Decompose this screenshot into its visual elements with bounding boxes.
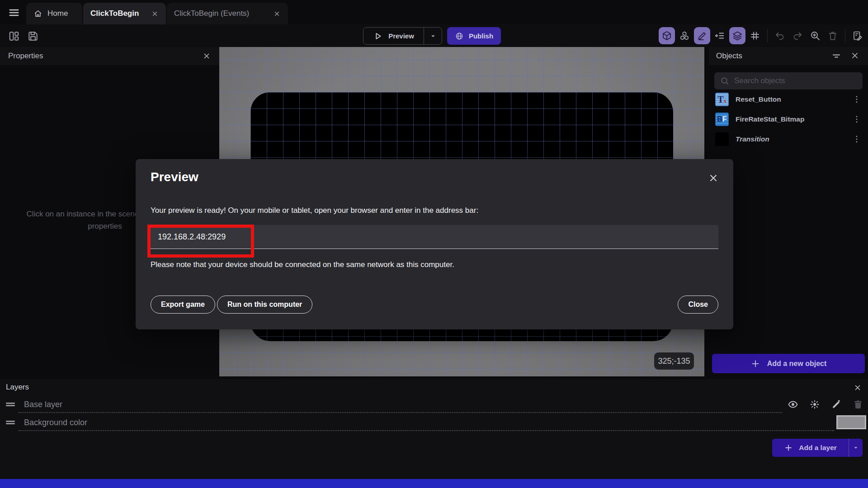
open-project-manager-button[interactable] [8, 30, 20, 42]
layer-row-base[interactable]: Base layer [0, 395, 868, 413]
preview-options-dropdown[interactable] [424, 28, 442, 44]
undo-button[interactable] [772, 27, 788, 44]
close-dialog-button[interactable]: Close [678, 296, 718, 314]
edit-layer-pencil-icon[interactable] [831, 399, 842, 410]
objects-panel-title: Objects [716, 52, 742, 61]
layer-actions [788, 399, 863, 410]
more-options-icon[interactable] [852, 134, 862, 144]
tab-home[interactable]: Home [26, 3, 82, 24]
save-icon[interactable] [27, 30, 39, 42]
trash-icon [827, 30, 838, 41]
grid-icon [750, 30, 760, 41]
add-layer-button[interactable]: Add a layer [772, 439, 863, 457]
tab-scene-editor[interactable]: ClickToBegin [83, 3, 166, 24]
add-layer-dropdown[interactable] [849, 439, 863, 457]
object-name: Reset_Button [736, 95, 781, 103]
toggle-3d-view-button[interactable] [659, 27, 675, 44]
undo-icon [774, 30, 785, 41]
export-game-button[interactable]: Export game [151, 296, 215, 314]
delete-layer-trash-icon[interactable] [853, 399, 863, 410]
objects-search-box[interactable] [714, 72, 863, 89]
edit-properties-button[interactable] [694, 27, 710, 44]
scene-toolbar: Preview Publish [0, 24, 868, 47]
tab-home-label: Home [47, 9, 68, 18]
globe-icon [455, 32, 464, 41]
layers-panel-header: Layers [0, 379, 868, 395]
bottom-accent-strip [0, 479, 868, 488]
close-icon[interactable] [850, 51, 861, 61]
row-divider [19, 412, 782, 413]
layer-effects-icon[interactable] [809, 399, 820, 410]
dialog-title: Preview [151, 170, 198, 184]
bitmap-text-object-icon: BF [715, 113, 729, 126]
zoom-button[interactable] [807, 27, 823, 44]
text-object-icon: Tx [715, 93, 729, 106]
plus-icon [750, 359, 760, 369]
close-tab-icon[interactable] [273, 10, 281, 18]
edit-scene-events-button[interactable] [849, 27, 866, 44]
add-new-object-button[interactable]: Add a new object [712, 354, 865, 373]
close-icon[interactable] [202, 52, 211, 61]
tab-events-editor[interactable]: ClickToBegin (Events) [167, 3, 288, 24]
home-icon [33, 9, 42, 18]
search-objects-input[interactable] [734, 76, 857, 85]
add-layer-label: Add a layer [799, 444, 837, 452]
main-menu-button[interactable] [6, 6, 22, 19]
pencil-icon [697, 30, 708, 41]
run-on-this-computer-button[interactable]: Run on this computer [217, 296, 312, 314]
hamburger-icon [8, 7, 20, 19]
properties-panel-title: Properties [8, 52, 43, 61]
add-new-object-label: Add a new object [767, 360, 827, 368]
instances-list-button[interactable] [712, 27, 728, 44]
drag-handle-icon[interactable] [5, 399, 16, 410]
cursor-coordinates-badge: 325;-135 [654, 352, 694, 370]
toggle-grid-button[interactable] [747, 27, 763, 44]
delete-button[interactable] [825, 27, 841, 44]
object-list-item[interactable]: Transition [709, 129, 868, 149]
more-options-icon[interactable] [852, 114, 862, 124]
editor-toolbar-icons [659, 27, 866, 45]
objects-editor-button[interactable] [676, 27, 693, 44]
properties-panel-header: Properties [0, 47, 219, 65]
preview-button-main[interactable]: Preview [363, 28, 424, 44]
plus-icon [784, 443, 793, 452]
instances-list-icon [714, 30, 725, 41]
toolbar-divider [767, 29, 768, 42]
annotation-highlight-rectangle [147, 225, 254, 258]
events-sheet-icon [852, 30, 863, 41]
drag-handle-icon[interactable] [5, 417, 16, 428]
dialog-body-text: Your preview is ready! On your mobile or… [151, 206, 478, 215]
chevron-down-icon [429, 32, 437, 40]
layers-editor-button[interactable] [729, 27, 745, 44]
preview-button[interactable]: Preview [363, 27, 442, 45]
layer-name: Background color [24, 418, 87, 427]
visibility-eye-icon[interactable] [788, 399, 798, 410]
play-icon [373, 31, 383, 41]
dialog-note-text: Please note that your device should be c… [151, 260, 454, 269]
close-icon[interactable] [853, 383, 862, 392]
gdevelop-app: Home ClickToBegin ClickToBegin (Events) … [0, 0, 868, 488]
object-name: FireRateStat_Bitmap [736, 115, 804, 123]
object-list-item[interactable]: Tx Reset_Button [709, 89, 868, 109]
close-icon[interactable] [708, 172, 719, 184]
toolbar-divider [845, 29, 845, 42]
layer-name: Base layer [24, 400, 62, 409]
chevron-down-icon [852, 444, 859, 451]
background-color-swatch[interactable] [836, 415, 866, 429]
filter-icon[interactable] [831, 51, 842, 61]
publish-button-label: Publish [469, 32, 493, 40]
more-options-icon[interactable] [852, 94, 862, 104]
cube-icon [661, 30, 672, 41]
search-icon [720, 76, 730, 86]
close-tab-icon[interactable] [151, 10, 159, 18]
layer-row-background-color[interactable]: Background color [0, 413, 868, 432]
redo-icon [792, 30, 803, 41]
object-list-item[interactable]: BF FireRateStat_Bitmap [709, 109, 868, 129]
publish-button[interactable]: Publish [447, 27, 501, 45]
objects-panel-header: Objects [709, 47, 868, 65]
redo-button[interactable] [789, 27, 806, 44]
row-divider [19, 430, 834, 431]
add-layer-button-main[interactable]: Add a layer [772, 439, 849, 457]
cubes-icon [679, 30, 690, 41]
tab-bar: Home ClickToBegin ClickToBegin (Events) [0, 0, 868, 24]
